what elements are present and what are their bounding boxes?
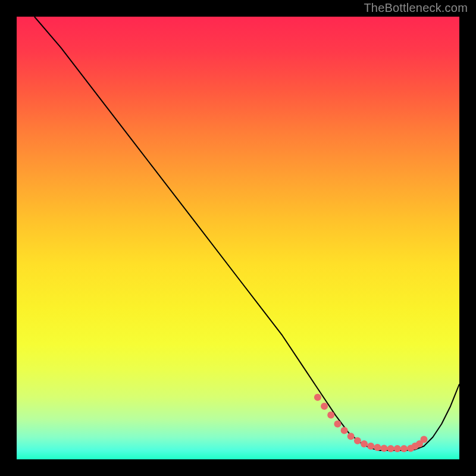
curve-line — [35, 17, 459, 450]
plot-area — [17, 17, 459, 459]
marker-point — [367, 443, 374, 450]
marker-point — [421, 436, 428, 443]
marker-point — [400, 445, 408, 452]
chart-root: TheBottleneck.com — [0, 0, 476, 476]
marker-point — [341, 427, 348, 434]
marker-point — [374, 444, 381, 451]
plot-svg — [17, 17, 459, 459]
marker-group — [314, 394, 428, 452]
marker-point — [394, 445, 401, 452]
marker-point — [387, 445, 394, 452]
marker-point — [361, 440, 368, 447]
marker-point — [314, 394, 321, 401]
marker-point — [327, 412, 334, 419]
marker-point — [381, 444, 388, 452]
marker-point — [354, 437, 361, 444]
marker-point — [334, 421, 341, 428]
marker-point — [321, 403, 328, 410]
attribution-text: TheBottleneck.com — [364, 1, 468, 15]
marker-point — [347, 433, 355, 440]
